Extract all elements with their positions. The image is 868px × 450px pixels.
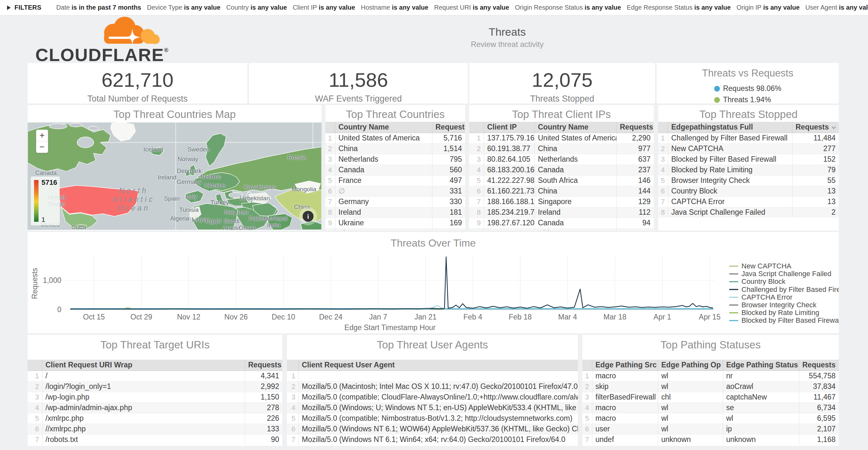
table-row: 661.160.221.73China144 xyxy=(469,186,654,197)
column-header-requests[interactable]: Requests xyxy=(792,122,839,133)
filter-country[interactable]: Country is any value xyxy=(226,4,287,11)
column-header-requests[interactable]: Requests xyxy=(617,122,654,133)
table-row: 4Mozilla/5.0 (Windows; U; Windows NT 5.1… xyxy=(287,402,578,413)
y-tick-label: 0 xyxy=(57,305,61,314)
cell: 144 xyxy=(617,186,654,197)
table-row: 1macrowlnr554,758 xyxy=(582,370,839,381)
row-index: 1 xyxy=(326,133,335,143)
cell: macro xyxy=(592,402,658,413)
world-map[interactable]: CanadaUnited StatesMexicoCubaIcelandIrel… xyxy=(28,122,321,230)
table-row: 7CAPTCHA Error13 xyxy=(658,197,839,207)
filter-origin-ip[interactable]: Origin IP is any value xyxy=(737,4,800,11)
filter-date[interactable]: Date is in the past 7 months xyxy=(56,4,141,11)
row-index: 6 xyxy=(658,186,668,197)
column-header-country-name[interactable]: Country Name xyxy=(335,122,432,133)
cell: 80.82.64.105 xyxy=(484,154,534,164)
filter-client-ip[interactable]: Client IP is any value xyxy=(293,4,355,11)
map-zoom-in-button[interactable]: + xyxy=(36,130,48,142)
stat-value: 12,075 xyxy=(469,68,655,91)
cell: 68.183.200.167 xyxy=(484,164,534,175)
column-header-edgepathingstatus-full[interactable]: Edgepathingstatus Full xyxy=(668,122,792,133)
cell: 554,758 xyxy=(799,370,839,381)
top-threat-countries-panel: Top Threat Countries Country NameRequest… xyxy=(326,105,465,231)
table-row: 10Singapore152 xyxy=(326,228,465,231)
column-header-client-request-user-agent[interactable]: Client Request User Agent xyxy=(299,360,578,370)
filters-toggle[interactable]: FILTERS xyxy=(14,4,41,11)
filter-device-type[interactable]: Device Type is any value xyxy=(147,4,220,11)
table-row: 7Germany330 xyxy=(326,197,465,207)
table-row: 7Mozilla/5.0 (Windows NT 6.1; Win64; x64… xyxy=(287,434,578,445)
panel-title: Top Threat Countries Map xyxy=(28,108,321,121)
cell: 129 xyxy=(617,197,654,207)
column-header-requests[interactable]: Requests xyxy=(432,122,465,133)
table-row: 1137.175.79.166United States of America2… xyxy=(469,133,654,143)
index-column-header xyxy=(287,360,299,370)
cell: 61.160.247.137 xyxy=(484,228,534,231)
cell: 185.234.219.70 xyxy=(484,207,534,218)
cell: 152 xyxy=(432,228,465,231)
column-header-country-name[interactable]: Country Name xyxy=(534,122,617,133)
column-header-requests[interactable]: Requests xyxy=(245,360,282,370)
legend-label: New CAPTCHA xyxy=(741,262,792,270)
threats-over-time-panel: Threats Over Time 01,000Oct 15Oct 29Nov … xyxy=(28,232,839,333)
cell: unknown xyxy=(723,434,799,445)
x-tick-label: Oct 15 xyxy=(83,313,105,321)
cell: 5,716 xyxy=(432,133,465,143)
table-row: 4macrowlse6,734 xyxy=(582,402,839,413)
legend-label: Challenged by Filter Based Firewall xyxy=(741,286,839,294)
row-index: 2 xyxy=(287,381,299,392)
cell: Singapore xyxy=(534,197,617,207)
filter-origin-response-status[interactable]: Origin Response Status is any value xyxy=(515,4,621,11)
filter-request-uri[interactable]: Request URI is any value xyxy=(434,4,509,11)
cell: New CAPTCHA xyxy=(668,143,792,154)
countries-table: Country NameRequests1United States of Am… xyxy=(326,122,465,231)
cell: 226 xyxy=(245,413,282,424)
cell: skip xyxy=(592,381,658,392)
row-index: 7 xyxy=(658,197,668,207)
x-axis-title: Edge Start Timestamp Hour xyxy=(344,323,436,332)
cell: ∅ xyxy=(335,186,432,197)
cell: Mozilla/5.0 (Windows NT 6.1; WOW64) Appl… xyxy=(299,424,578,434)
map-info-button[interactable]: i xyxy=(299,207,317,225)
threats-over-time-chart[interactable]: 01,000Oct 15Oct 29Nov 12Nov 26Dec 10Dec … xyxy=(28,232,839,333)
x-tick-label: Nov 26 xyxy=(224,313,248,321)
filter-user-agent[interactable]: User Agent is any value xyxy=(805,4,868,11)
cell: 146 xyxy=(617,175,654,186)
row-index: 2 xyxy=(469,143,484,154)
cell: Ukraine xyxy=(335,218,432,228)
cell: China xyxy=(534,186,617,197)
panel-title: Top Threat Target URIs xyxy=(28,339,282,351)
filter-edge-response-status[interactable]: Edge Response Status is any value xyxy=(627,4,731,11)
table-row: 3Blocked by Filter Based Firewall152 xyxy=(658,154,839,164)
info-icon: i xyxy=(303,211,313,222)
row-index: 2 xyxy=(658,143,668,154)
column-header-client-ip[interactable]: Client IP xyxy=(484,122,534,133)
cell: aoCrawl xyxy=(723,381,799,392)
column-header-edge-pathing-status[interactable]: Edge Pathing Status xyxy=(723,360,799,370)
x-tick-label: Oct 29 xyxy=(130,313,152,321)
table-row: 6//xmlrpc.php133 xyxy=(28,424,282,434)
cell: 1,514 xyxy=(432,143,465,154)
map-zoom-out-button[interactable]: − xyxy=(36,142,48,153)
column-header-requests[interactable]: Requests xyxy=(799,360,839,370)
top-threats-stopped-panel: Top Threats Stopped Edgepathingstatus Fu… xyxy=(658,105,839,231)
legend-item: Threats 1.94% xyxy=(714,95,782,104)
row-index: 3 xyxy=(469,154,484,164)
filters-expand-icon[interactable] xyxy=(7,5,10,10)
index-column-header xyxy=(469,122,484,133)
row-index: 6 xyxy=(326,186,335,197)
row-index: 5 xyxy=(582,413,592,424)
cell: wl xyxy=(658,370,723,381)
cell: wl xyxy=(658,413,723,424)
column-header-edge-pathing-op[interactable]: Edge Pathing Op xyxy=(658,360,723,370)
cell: ip xyxy=(723,424,799,434)
row-index: 6 xyxy=(582,424,592,434)
cell: Mozilla/5.0 (compatible; Nimbostratus-Bo… xyxy=(299,413,578,424)
cell: Challenged by Filter Based Firewall xyxy=(668,133,792,143)
column-header-client-request-uri-wrap[interactable]: Client Request URI Wrap xyxy=(42,360,245,370)
filter-hostname[interactable]: Hostname is any value xyxy=(361,4,428,11)
filter-items: Date is in the past 7 monthsDevice Type … xyxy=(56,4,868,11)
column-header-edge-pathing-src[interactable]: Edge Pathing Src xyxy=(592,360,658,370)
page-subtitle: Review threat activity xyxy=(471,40,544,49)
filter-bar: FILTERS Date is in the past 7 monthsDevi… xyxy=(0,0,868,16)
